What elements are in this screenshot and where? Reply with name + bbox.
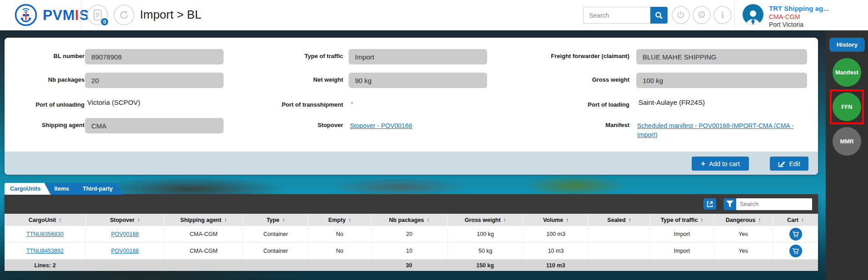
divider	[81, 0, 81, 30]
card-action-bar: + Add to cart Edit	[5, 152, 818, 175]
bl-number-field[interactable]: 89078908	[85, 49, 224, 64]
app-header: PVMIS 0 Import > BL	[0, 0, 868, 30]
cell-gross-weight: 100 kg	[447, 226, 523, 242]
table-header-row: CargoUnit↑ Stopover↑ Shipping agent↑ Typ…	[5, 214, 818, 226]
add-row-to-cart-button[interactable]	[789, 228, 802, 241]
stopover-link[interactable]: Stopover - POV00168	[350, 121, 412, 130]
stopover-link[interactable]: POV00168	[111, 231, 139, 237]
cell-type: Container	[243, 226, 308, 242]
manifest-button[interactable]: Manifest	[833, 58, 861, 87]
gross-weight-field[interactable]: 100 kg	[636, 73, 807, 88]
col-header-gross-weight[interactable]: Gross weight↑	[447, 214, 523, 226]
port-of-loading-value: Saint-Aulaye (FR24S)	[639, 98, 705, 106]
nb-packages-field[interactable]: 20	[85, 73, 224, 88]
sort-asc-icon: ↑	[137, 217, 140, 223]
col-header-stopover[interactable]: Stopover↑	[85, 214, 164, 226]
field-label: Port of unloading	[5, 101, 85, 108]
logout-button[interactable]	[672, 6, 690, 24]
field-label: Port of transshipment	[252, 101, 343, 108]
cell-empty: No	[308, 243, 371, 259]
filter-button[interactable]	[723, 198, 736, 210]
cargounit-link[interactable]: TTNU8453892	[26, 248, 64, 254]
col-header-type-of-traffic[interactable]: Type of traffic↑	[650, 214, 713, 226]
field-label: Freight forwarder (claimant)	[539, 53, 629, 59]
cart-icon	[792, 231, 799, 238]
field-label: Port of loading	[539, 101, 629, 108]
edit-button[interactable]: Edit	[770, 157, 808, 171]
user-organization: CMA-CGM	[769, 13, 864, 21]
edit-icon	[778, 160, 785, 167]
stopover-link[interactable]: POV00168	[111, 248, 139, 254]
right-sidebar: History Manifest FFN MMR	[826, 30, 868, 280]
person-icon	[745, 9, 761, 25]
documents-button[interactable]: 0	[87, 5, 108, 25]
doc-count-badge: 0	[100, 17, 109, 26]
tab-cargounits[interactable]: CargoUnits	[5, 183, 50, 195]
col-header-dangerous[interactable]: Dangerous↑	[713, 214, 773, 226]
sort-asc-icon: ↑	[282, 217, 285, 223]
cart-icon	[792, 248, 799, 255]
mmr-button[interactable]: MMR	[833, 127, 861, 156]
global-search	[583, 7, 668, 24]
settings-button[interactable]: ⚙	[693, 6, 711, 24]
cell-empty: No	[308, 226, 371, 242]
info-icon: i	[721, 9, 724, 21]
page-title: Import > BL	[140, 8, 201, 22]
col-header-type[interactable]: Type↑	[243, 214, 308, 226]
info-button[interactable]: i	[713, 6, 732, 24]
cell-volume: 10 m3	[523, 243, 588, 259]
cell-shipping-agent: CMA-CGM	[164, 243, 243, 259]
col-header-shipping-agent[interactable]: Shipping agent↑	[164, 214, 243, 226]
sort-asc-icon: ↑	[758, 217, 761, 223]
cell-dangerous: Yes	[713, 226, 773, 242]
field-label: Shipping agent	[5, 122, 85, 128]
cargounits-table-card: CargoUnit↑ Stopover↑ Shipping agent↑ Typ…	[5, 194, 818, 271]
table-search	[723, 198, 812, 210]
field-label: BL number	[5, 53, 85, 59]
bl-detail-card: BL number 89078908 Nb packages 20 Port o…	[5, 38, 818, 175]
tab-third-party[interactable]: Third-party	[74, 183, 123, 195]
col-header-cart[interactable]: Cart↑	[773, 214, 818, 226]
sort-asc-icon: ↑	[700, 217, 703, 223]
col-header-empty[interactable]: Empty↑	[308, 214, 371, 226]
port-of-unloading-value: Victoria (SCPOV)	[87, 98, 140, 106]
cell-gross-weight: 50 kg	[447, 243, 523, 259]
cell-sealed	[588, 226, 650, 242]
manifest-link[interactable]: Scheduled manifest - POV00168-IMPORT-CMA…	[637, 121, 808, 140]
refresh-button[interactable]	[114, 5, 135, 25]
cell-nb-packages: 20	[371, 226, 447, 242]
shipping-agent-field[interactable]: CMA	[85, 118, 224, 133]
cell-volume: 100 m3	[523, 226, 588, 242]
gears-icon: ⚙	[697, 10, 706, 20]
field-label: Stopover	[252, 122, 343, 128]
add-to-cart-button[interactable]: + Add to cart	[692, 157, 749, 171]
filter-icon	[726, 201, 733, 207]
sort-asc-icon: ↑	[224, 217, 227, 223]
ffn-button[interactable]: FFN	[833, 93, 861, 121]
pvmis-logo[interactable]: PVMIS	[15, 4, 89, 26]
add-row-to-cart-button[interactable]	[789, 245, 802, 257]
type-of-traffic-field[interactable]: Import	[349, 49, 487, 64]
history-button[interactable]: History	[829, 38, 865, 52]
sort-asc-icon: ↑	[801, 217, 804, 223]
freight-forwarder-field[interactable]: BLUE MAHE SHIPPING	[636, 49, 807, 64]
table-totals-row: Lines: 2 30 150 kg 110 m3	[5, 260, 818, 271]
cell-shipping-agent: CMA-CGM	[164, 226, 243, 242]
avatar[interactable]	[743, 4, 763, 25]
col-header-cargounit[interactable]: CargoUnit↑	[5, 214, 85, 226]
sort-asc-icon: ↑	[349, 217, 351, 223]
cell-nb-packages: 10	[371, 243, 447, 259]
search-button[interactable]	[650, 7, 668, 24]
total-gross-weight: 150 kg	[447, 260, 523, 271]
cell-type: Container	[243, 243, 308, 259]
table-search-input[interactable]	[736, 198, 812, 210]
detail-tabs: CargoUnits Items Third-party	[5, 183, 117, 195]
col-header-sealed[interactable]: Sealed↑	[588, 214, 650, 226]
export-button[interactable]	[703, 198, 716, 210]
search-input[interactable]	[583, 7, 650, 24]
search-icon	[655, 11, 663, 20]
col-header-nb-packages[interactable]: Nb packages↑	[371, 214, 447, 226]
net-weight-field[interactable]: 90 kg	[349, 73, 487, 88]
cargounit-link[interactable]: TTNU8356830	[26, 231, 64, 237]
col-header-volume[interactable]: Volume↑	[523, 214, 588, 226]
